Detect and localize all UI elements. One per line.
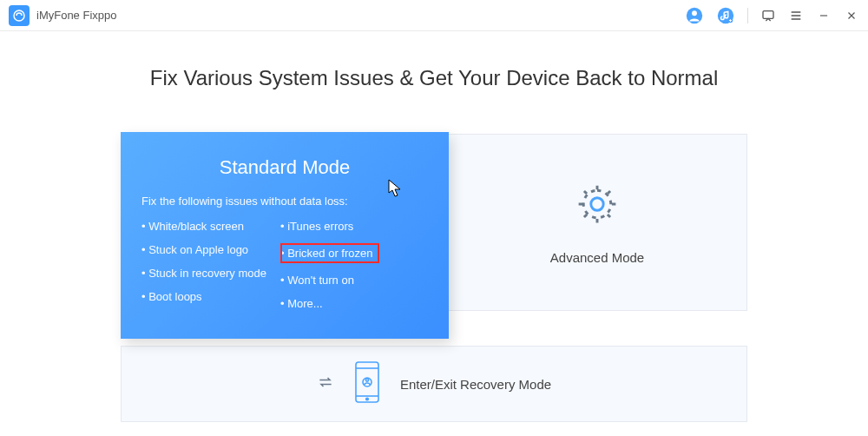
menu-icon[interactable] bbox=[788, 8, 804, 23]
close-button[interactable] bbox=[844, 8, 859, 23]
highlight-box: Bricked or frozen bbox=[280, 243, 379, 263]
feedback-icon[interactable] bbox=[760, 8, 776, 23]
app-logo-icon bbox=[12, 9, 26, 23]
titlebar: iMyFone Fixppo bbox=[0, 0, 868, 31]
svg-point-11 bbox=[365, 379, 368, 381]
advanced-mode-card[interactable]: Advanced Mode bbox=[447, 134, 747, 311]
issues-left-col: White/black screen Stuck on Apple logo S… bbox=[141, 220, 266, 310]
titlebar-left: iMyFone Fixppo bbox=[9, 5, 116, 26]
recovery-mode-label: Enter/Exit Recovery Mode bbox=[400, 377, 551, 392]
issue-item: iTunes errors bbox=[280, 220, 379, 233]
standard-mode-card[interactable]: Standard Mode Fix the following issues w… bbox=[121, 132, 449, 339]
page-title: Fix Various System Issues & Get Your Dev… bbox=[0, 66, 868, 90]
svg-point-2 bbox=[692, 10, 697, 16]
mode-cards-row: Standard Mode Fix the following issues w… bbox=[0, 132, 868, 339]
transfer-icon bbox=[317, 373, 334, 394]
music-icon[interactable] bbox=[716, 6, 735, 25]
titlebar-right bbox=[685, 6, 859, 25]
gear-icon bbox=[574, 181, 621, 231]
separator bbox=[747, 8, 748, 23]
minimize-button[interactable] bbox=[816, 8, 832, 23]
svg-point-12 bbox=[366, 398, 369, 400]
issues-list: White/black screen Stuck on Apple logo S… bbox=[141, 220, 428, 310]
issue-item: More... bbox=[280, 297, 379, 310]
issue-item: Stuck on Apple logo bbox=[141, 243, 266, 256]
issue-item: Boot loops bbox=[141, 290, 266, 303]
issue-item: Stuck in recovery mode bbox=[141, 267, 266, 280]
advanced-mode-label: Advanced Mode bbox=[550, 250, 644, 265]
main-content: Fix Various System Issues & Get Your Dev… bbox=[0, 31, 868, 422]
app-name: iMyFone Fixppo bbox=[36, 9, 116, 22]
issue-item: Won't turn on bbox=[280, 274, 379, 287]
phone-icon bbox=[352, 360, 383, 407]
issue-item-highlighted: Bricked or frozen bbox=[280, 243, 379, 263]
app-logo bbox=[9, 5, 30, 26]
standard-mode-subtitle: Fix the following issues without data lo… bbox=[141, 195, 428, 208]
issues-right-col: iTunes errors Bricked or frozen Won't tu… bbox=[280, 220, 379, 310]
svg-point-0 bbox=[14, 10, 24, 21]
account-icon[interactable] bbox=[685, 6, 704, 25]
recovery-mode-card[interactable]: Enter/Exit Recovery Mode bbox=[121, 346, 747, 422]
svg-rect-5 bbox=[763, 10, 773, 18]
svg-point-6 bbox=[591, 197, 603, 209]
standard-mode-title: Standard Mode bbox=[141, 156, 428, 179]
issue-item: White/black screen bbox=[141, 220, 266, 233]
